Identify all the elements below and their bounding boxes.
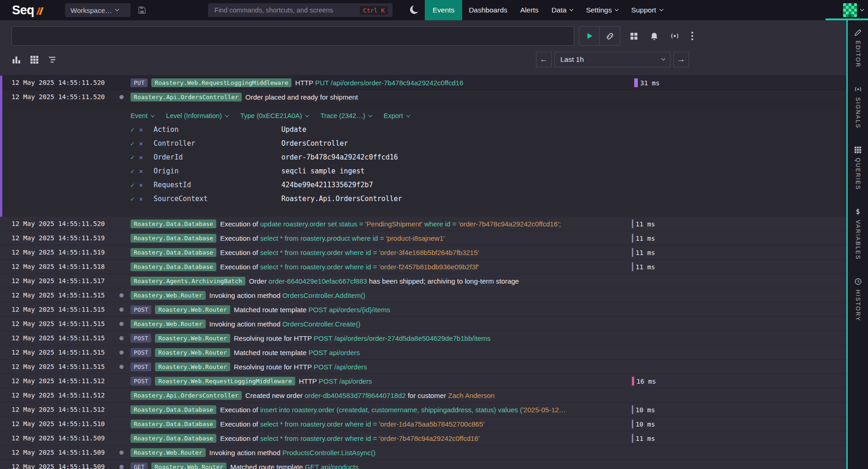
query-input[interactable] <box>12 26 574 46</box>
event-menu[interactable]: Event <box>131 112 154 119</box>
sidebar-item-editor[interactable]: EDITOR <box>854 29 862 68</box>
event-row[interactable]: 12 May 2025 14:55:11.519 Roastery.Data.D… <box>0 245 846 260</box>
sidebar-item-history[interactable]: HISTORY <box>854 278 862 321</box>
event-row[interactable]: 12 May 2025 14:55:11.520 Roastery.Data.D… <box>0 217 846 231</box>
event-row[interactable]: 12 May 2025 14:55:11.512 POST Roastery.W… <box>0 374 846 388</box>
theme-toggle[interactable] <box>408 5 419 16</box>
level-menu[interactable]: Level (Information) <box>166 112 228 119</box>
event-message: Invoking action method OrdersController.… <box>209 320 361 328</box>
outline-view-button[interactable] <box>48 55 57 64</box>
event-row[interactable]: 12 May 2025 14:55:11.517 Roastery.Agents… <box>0 274 846 288</box>
dashboard-tiles-button[interactable] <box>630 32 638 41</box>
grid-view-button[interactable] <box>30 55 39 64</box>
workspace-selector[interactable]: Workspace… <box>65 3 131 17</box>
nav-events[interactable]: Events <box>425 0 462 20</box>
include-property-icon[interactable]: ✓ <box>131 154 134 161</box>
event-message: HTTP POST /api/orders <box>299 377 372 385</box>
level-dot <box>119 293 124 297</box>
run-query-button[interactable] <box>579 26 600 46</box>
exclude-property-icon[interactable]: ✕ <box>139 195 143 202</box>
seq-logo[interactable]: Seq <box>12 3 44 18</box>
event-row[interactable]: 12 May 2025 14:55:11.515 Roastery.Web.Ro… <box>0 288 846 303</box>
chart-view-button[interactable] <box>12 55 21 65</box>
event-row[interactable]: 12 May 2025 14:55:11.520 Roastery.Api.Or… <box>2 90 846 104</box>
user-menu[interactable] <box>843 3 863 17</box>
event-timestamp: 12 May 2025 14:55:11.515 <box>12 334 119 342</box>
more-options-button[interactable] <box>691 31 694 41</box>
save-workspace-button[interactable] <box>138 6 146 14</box>
event-row[interactable]: 12 May 2025 14:55:11.512 Roastery.Api.Or… <box>0 388 846 403</box>
exclude-property-icon[interactable]: ✕ <box>139 181 143 189</box>
pencil-icon <box>854 29 862 36</box>
method-badge: POST <box>131 348 151 357</box>
include-property-icon[interactable]: ✓ <box>131 140 134 147</box>
nav-support[interactable]: Support <box>624 0 669 20</box>
trace-menu[interactable]: Trace (2342…) <box>321 112 372 119</box>
property-name: OrderId <box>154 153 281 161</box>
include-property-icon[interactable]: ✓ <box>131 181 134 189</box>
property-value: Update <box>281 125 306 134</box>
event-timestamp: 12 May 2025 14:55:11.518 <box>12 263 119 270</box>
nav-dashboards[interactable]: Dashboards <box>462 0 514 20</box>
nav-alerts[interactable]: Alerts <box>514 0 545 20</box>
chevron-down-icon <box>860 7 864 11</box>
alerts-button[interactable] <box>650 32 659 41</box>
property-row: ✓ ✕ Controller OrdersController <box>131 137 846 150</box>
type-menu[interactable]: Type (0xECE21A0A) <box>240 112 309 119</box>
event-row[interactable]: 12 May 2025 14:55:11.509 Roastery.Web.Ro… <box>0 445 846 460</box>
event-row[interactable]: 12 May 2025 14:55:11.520 PUT Roastery.We… <box>2 76 846 90</box>
event-row[interactable]: 12 May 2025 14:55:11.510 Roastery.Data.D… <box>0 417 846 431</box>
chevron-down-icon <box>661 57 665 60</box>
range-back-button[interactable]: ← <box>536 52 552 67</box>
event-row[interactable]: 12 May 2025 14:55:11.509 GET Roastery.We… <box>0 460 846 469</box>
method-badge: GET <box>131 463 148 469</box>
include-property-icon[interactable]: ✓ <box>131 126 134 133</box>
event-message: Invoking action method OrdersController.… <box>209 291 366 299</box>
event-message: Execution of insert into roastery.order … <box>220 406 566 414</box>
event-duration: 11 ms <box>632 231 655 245</box>
event-row[interactable]: 12 May 2025 14:55:11.515 POST Roastery.W… <box>0 345 846 360</box>
selected-event-group: 12 May 2025 14:55:11.520 PUT Roastery.We… <box>0 76 846 217</box>
chevron-down-icon <box>659 7 663 11</box>
export-menu[interactable]: Export <box>384 112 410 119</box>
chevron-down-icon <box>406 113 410 117</box>
sidebar-item-signals[interactable]: SIGNALS <box>854 85 862 129</box>
exclude-property-icon[interactable]: ✕ <box>139 140 143 147</box>
event-row[interactable]: 12 May 2025 14:55:11.515 POST Roastery.W… <box>0 331 846 345</box>
event-message: Execution of select * from roastery.orde… <box>220 249 479 256</box>
source-context-badge: Roastery.Data.Database <box>131 248 216 257</box>
exclude-property-icon[interactable]: ✕ <box>139 154 143 161</box>
property-value: seqcli sample ingest <box>281 167 365 175</box>
property-name: Controller <box>154 139 281 148</box>
event-row[interactable]: 12 May 2025 14:55:11.515 POST Roastery.W… <box>0 360 846 374</box>
event-row[interactable]: 12 May 2025 14:55:11.509 Roastery.Data.D… <box>0 431 846 445</box>
copy-link-button[interactable] <box>600 26 620 46</box>
broadcast-icon <box>854 85 862 93</box>
nav-data[interactable]: Data <box>545 0 580 20</box>
event-row[interactable]: 12 May 2025 14:55:11.515 Roastery.Web.Ro… <box>0 317 846 331</box>
sidebar-item-queries[interactable]: QUERIES <box>854 146 862 190</box>
event-timestamp: 12 May 2025 14:55:11.520 <box>12 79 119 86</box>
source-context-badge: Roastery.Data.Database <box>131 262 216 271</box>
signals-button[interactable] <box>670 31 679 41</box>
event-timestamp: 12 May 2025 14:55:11.512 <box>12 406 119 413</box>
include-property-icon[interactable]: ✓ <box>131 167 134 175</box>
event-message: Matched route template GET api/products <box>230 463 358 469</box>
event-row[interactable]: 12 May 2025 14:55:11.512 Roastery.Data.D… <box>0 403 846 417</box>
event-row[interactable]: 12 May 2025 14:55:11.519 Roastery.Data.D… <box>0 231 846 245</box>
search-input[interactable] <box>214 6 360 14</box>
nav-settings[interactable]: Settings <box>579 0 624 20</box>
range-select[interactable]: Last 1h <box>554 52 671 67</box>
exclude-property-icon[interactable]: ✕ <box>139 126 143 133</box>
event-row[interactable]: 12 May 2025 14:55:11.515 POST Roastery.W… <box>0 303 846 317</box>
dollar-icon: $ <box>856 208 860 216</box>
include-property-icon[interactable]: ✓ <box>131 195 134 202</box>
source-context-badge: Roastery.Web.Router <box>155 362 230 371</box>
event-row[interactable]: 12 May 2025 14:55:11.518 Roastery.Data.D… <box>0 260 846 274</box>
sidebar-item-variables[interactable]: $ VARIABLES <box>855 208 861 260</box>
level-dot <box>119 336 124 340</box>
duration-bar <box>632 248 633 257</box>
exclude-property-icon[interactable]: ✕ <box>139 167 143 175</box>
command-search[interactable]: Ctrl K <box>208 3 392 17</box>
range-forward-button[interactable]: → <box>673 52 689 67</box>
